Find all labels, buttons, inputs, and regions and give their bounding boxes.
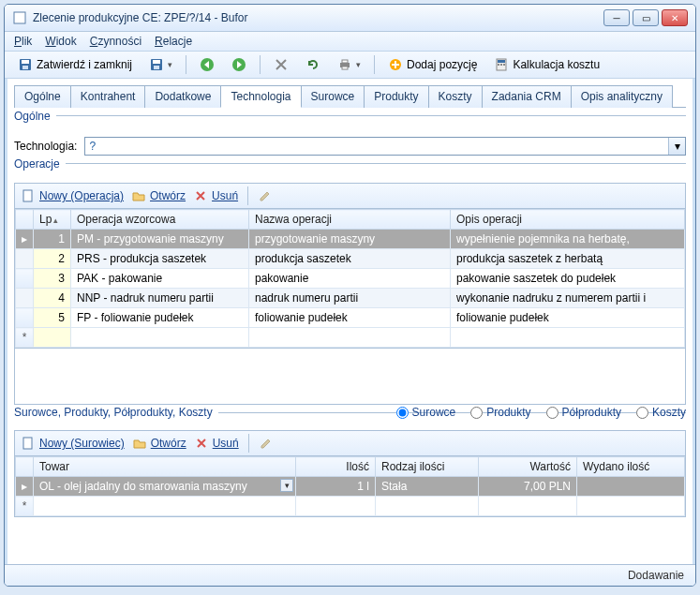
- col-desc[interactable]: Opis operacji: [451, 210, 685, 230]
- col-template[interactable]: Operacja wzorcowa: [71, 210, 249, 230]
- edit-icon[interactable]: [258, 188, 273, 203]
- svg-rect-14: [498, 60, 505, 63]
- tab-dodatkowe[interactable]: Dodatkowe: [144, 85, 221, 108]
- tab-kontrahent[interactable]: Kontrahent: [70, 85, 146, 108]
- delete-resource-button[interactable]: Usuń: [194, 436, 239, 451]
- dropdown-icon[interactable]: ▾: [668, 138, 685, 155]
- disk-icon: [149, 57, 164, 72]
- svg-rect-10: [342, 60, 348, 63]
- menu-actions[interactable]: Czynności: [90, 35, 141, 48]
- save-button[interactable]: ▾: [143, 55, 178, 74]
- delete-operation-label: Usuń: [212, 189, 238, 202]
- chevron-down-icon: ▾: [356, 60, 361, 69]
- refresh-icon: [305, 57, 320, 72]
- cell-name: nadruk numeru partii: [249, 289, 451, 308]
- col-wydano[interactable]: Wydano ilość: [577, 457, 685, 477]
- col-lp[interactable]: Lp▴: [34, 210, 71, 230]
- forward-icon: [231, 57, 246, 72]
- back-button[interactable]: [194, 55, 220, 74]
- svg-rect-2: [22, 60, 29, 64]
- approve-close-button[interactable]: Zatwierdź i zamknij: [12, 55, 138, 74]
- resources-toolbar: Nowy (Surowiec) Otwórz Usuń: [14, 430, 686, 456]
- dropdown-icon[interactable]: ▾: [280, 479, 293, 492]
- col-name[interactable]: Nazwa operacji: [249, 210, 451, 230]
- minimize-button[interactable]: ─: [603, 9, 630, 26]
- tab-opis-analityczny[interactable]: Opis analityczny: [571, 85, 673, 108]
- table-row[interactable]: 2 PRS - produkcja saszetek produkcja sas…: [16, 249, 685, 269]
- radio-surowce[interactable]: Surowce: [396, 406, 456, 419]
- cell-lp: 3: [34, 269, 71, 289]
- refresh-button[interactable]: [300, 55, 326, 74]
- new-operation-button[interactable]: Nowy (Operacja): [21, 188, 124, 203]
- cell-desc: produkcja saszetek z herbatą: [451, 249, 685, 269]
- operations-grid: Lp▴ Operacja wzorcowa Nazwa operacji Opi…: [14, 209, 686, 349]
- content-area: Ogólne Kontrahent Dodatkowe Technologia …: [5, 79, 695, 564]
- maximize-button[interactable]: ▭: [633, 9, 659, 26]
- new-row[interactable]: *: [16, 497, 685, 516]
- separator: [374, 55, 375, 74]
- disk-icon: [18, 57, 33, 72]
- add-item-button[interactable]: Dodaj pozycję: [382, 55, 483, 74]
- radio-produkty[interactable]: Produkty: [470, 406, 530, 419]
- window-controls: ─ ▭ ✕: [603, 9, 688, 26]
- menu-relations[interactable]: Relacje: [155, 35, 192, 48]
- app-icon: [12, 10, 27, 25]
- row-indicator: [16, 269, 34, 289]
- table-row[interactable]: 5 FP - foliowanie pudełek foliowanie pud…: [16, 308, 685, 328]
- tab-surowce[interactable]: Surowce: [301, 85, 365, 108]
- col-rodzaj[interactable]: Rodzaj ilości: [376, 457, 479, 477]
- cell-lp: 2: [34, 249, 71, 269]
- radio-koszty[interactable]: Koszty: [636, 406, 686, 419]
- operations-header: Lp▴ Operacja wzorcowa Nazwa operacji Opi…: [16, 210, 685, 230]
- col-towar[interactable]: Towar: [34, 457, 296, 477]
- menu-file[interactable]: Plik: [14, 35, 32, 48]
- svg-rect-5: [153, 60, 160, 64]
- cell-name: pakowanie: [249, 269, 451, 289]
- menu-view[interactable]: Widok: [45, 35, 76, 48]
- tab-produkty[interactable]: Produkty: [364, 85, 428, 108]
- section-ogolne: Ogólne Technologia: ▾: [14, 115, 686, 156]
- cell-desc: wykonanie nadruku z numerem partii i: [451, 289, 685, 308]
- new-row[interactable]: *: [16, 328, 685, 348]
- svg-rect-3: [22, 66, 28, 69]
- table-row[interactable]: 3 PAK - pakowanie pakowanie pakowanie sa…: [16, 269, 685, 289]
- svg-rect-11: [342, 67, 348, 69]
- new-resource-button[interactable]: Nowy (Surowiec): [21, 436, 125, 451]
- separator: [248, 434, 249, 453]
- forward-button[interactable]: [226, 55, 252, 74]
- open-resource-button[interactable]: Otwórz: [132, 436, 186, 451]
- cell-wartosc: 7,00 PLN: [479, 477, 577, 497]
- row-indicator: [16, 308, 34, 328]
- technology-input[interactable]: [85, 138, 668, 155]
- row-indicator: [16, 249, 34, 269]
- table-row[interactable]: ▸ 1 PM - przygotowanie maszyny przygotow…: [16, 230, 685, 249]
- cell-ilosc: 1 l: [296, 477, 376, 497]
- edit-icon[interactable]: [259, 436, 274, 451]
- tab-zadania-crm[interactable]: Zadania CRM: [482, 85, 572, 108]
- main-toolbar: Zatwierdź i zamknij ▾: [5, 52, 695, 79]
- table-row[interactable]: 4 NNP - nadruk numeru partii nadruk nume…: [16, 289, 685, 308]
- tools-button[interactable]: [268, 55, 294, 74]
- technology-combo[interactable]: ▾: [84, 137, 686, 156]
- statusbar: Dodawanie: [5, 564, 695, 586]
- delete-operation-button[interactable]: Usuń: [193, 188, 238, 203]
- resources-grid: Towar Ilość Rodzaj ilości Wartość Wydano…: [14, 456, 686, 517]
- open-operation-button[interactable]: Otwórz: [131, 188, 186, 203]
- svg-rect-6: [154, 66, 159, 69]
- row-indicator: ▸: [16, 230, 34, 249]
- svg-rect-18: [23, 190, 32, 201]
- approve-label: Zatwierdź i zamknij: [37, 58, 132, 71]
- print-button[interactable]: ▾: [332, 55, 366, 74]
- cost-calc-button[interactable]: Kalkulacja kosztu: [488, 55, 605, 74]
- cell-name: foliowanie pudełek: [249, 308, 451, 328]
- close-button[interactable]: ✕: [662, 9, 688, 26]
- radio-polprodukty[interactable]: Półprodukty: [546, 406, 621, 419]
- table-row[interactable]: ▸ OL - olej jadalny do smarowania maszyn…: [16, 477, 685, 497]
- open-icon: [132, 436, 147, 451]
- col-ilosc[interactable]: Ilość: [296, 457, 376, 477]
- menubar: Plik Widok Czynności Relacje: [5, 32, 695, 52]
- tab-technologia[interactable]: Technologia: [220, 85, 301, 108]
- tab-koszty[interactable]: Koszty: [428, 85, 483, 108]
- tab-ogolne[interactable]: Ogólne: [14, 85, 71, 108]
- col-wartosc[interactable]: Wartość: [479, 457, 577, 477]
